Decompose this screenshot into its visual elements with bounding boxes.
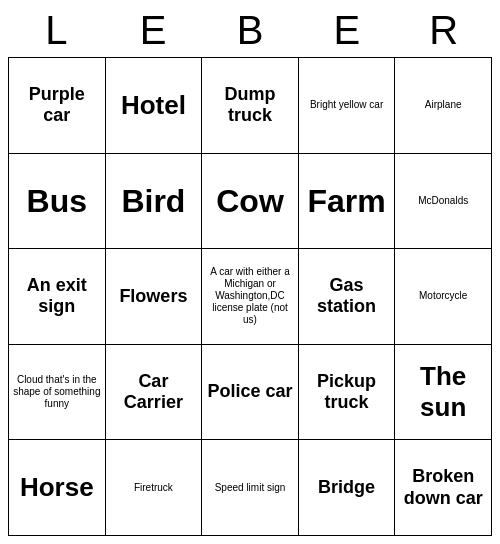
bingo-cell[interactable]: Dump truck: [202, 58, 299, 154]
header-letter: E: [113, 8, 193, 53]
bingo-cell[interactable]: Car Carrier: [106, 345, 203, 441]
bingo-cell[interactable]: Purple car: [9, 58, 106, 154]
bingo-cell[interactable]: The sun: [395, 345, 492, 441]
cell-label: Pickup truck: [303, 371, 391, 414]
bingo-cell[interactable]: A car with either a Michigan or Washingt…: [202, 249, 299, 345]
bingo-cell[interactable]: Speed limit sign: [202, 440, 299, 536]
cell-label: Gas station: [303, 275, 391, 318]
bingo-cell[interactable]: Airplane: [395, 58, 492, 154]
bingo-cell[interactable]: Firetruck: [106, 440, 203, 536]
bingo-cell[interactable]: Bridge: [299, 440, 396, 536]
cell-label: Cow: [216, 182, 284, 220]
cell-label: Bridge: [318, 477, 375, 499]
bingo-cell[interactable]: Farm: [299, 154, 396, 250]
cell-label: Flowers: [119, 286, 187, 308]
cell-label: McDonalds: [418, 195, 468, 207]
bingo-cell[interactable]: Hotel: [106, 58, 203, 154]
cell-label: Bird: [121, 182, 185, 220]
cell-label: Car Carrier: [110, 371, 198, 414]
cell-label: An exit sign: [13, 275, 101, 318]
header-letter: B: [210, 8, 290, 53]
cell-label: Speed limit sign: [215, 482, 286, 494]
bingo-cell[interactable]: Bird: [106, 154, 203, 250]
cell-label: Motorcycle: [419, 290, 467, 302]
header-letter: R: [404, 8, 484, 53]
bingo-cell[interactable]: Cow: [202, 154, 299, 250]
cell-label: Farm: [307, 182, 385, 220]
cell-label: Police car: [207, 381, 292, 403]
bingo-cell[interactable]: Horse: [9, 440, 106, 536]
cell-label: Horse: [20, 472, 94, 503]
cell-label: Bus: [27, 182, 87, 220]
bingo-cell[interactable]: Cloud that's in the shape of something f…: [9, 345, 106, 441]
bingo-grid: Purple carHotelDump truckBright yellow c…: [8, 57, 492, 536]
cell-label: Broken down car: [399, 466, 487, 509]
bingo-cell[interactable]: An exit sign: [9, 249, 106, 345]
bingo-cell[interactable]: Gas station: [299, 249, 396, 345]
bingo-cell[interactable]: Bus: [9, 154, 106, 250]
bingo-header: LEBER: [8, 8, 492, 53]
header-letter: L: [16, 8, 96, 53]
cell-label: The sun: [399, 361, 487, 423]
cell-label: Hotel: [121, 90, 186, 121]
header-letter: E: [307, 8, 387, 53]
bingo-cell[interactable]: Police car: [202, 345, 299, 441]
bingo-cell[interactable]: McDonalds: [395, 154, 492, 250]
cell-label: Dump truck: [206, 84, 294, 127]
cell-label: Firetruck: [134, 482, 173, 494]
cell-label: Bright yellow car: [310, 99, 383, 111]
cell-label: Purple car: [13, 84, 101, 127]
bingo-cell[interactable]: Flowers: [106, 249, 203, 345]
cell-label: Airplane: [425, 99, 462, 111]
bingo-cell[interactable]: Pickup truck: [299, 345, 396, 441]
bingo-cell[interactable]: Broken down car: [395, 440, 492, 536]
cell-label: Cloud that's in the shape of something f…: [13, 374, 101, 410]
bingo-cell[interactable]: Bright yellow car: [299, 58, 396, 154]
bingo-cell[interactable]: Motorcycle: [395, 249, 492, 345]
cell-label: A car with either a Michigan or Washingt…: [206, 266, 294, 326]
